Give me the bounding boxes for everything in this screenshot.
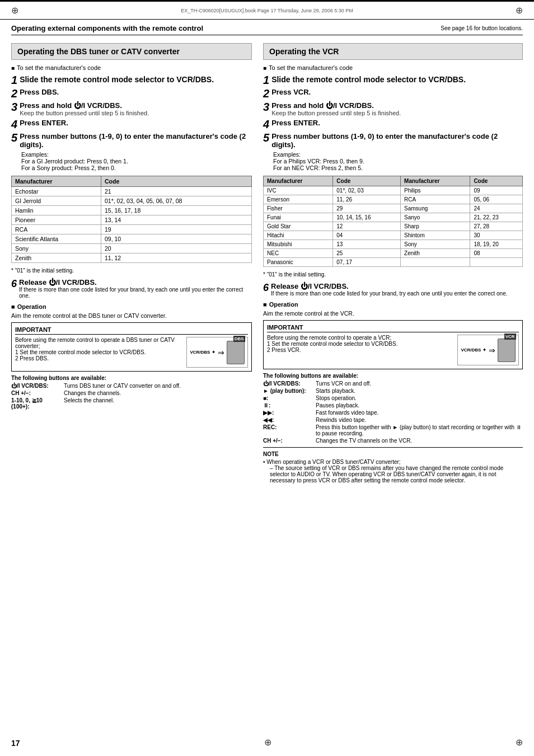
vcr-note-box: NOTE When operating a VCR or DBS tuner/C… [263,447,523,483]
button-row: 1-10, 0, ≧10 (100+):Selects the channel. [11,397,252,410]
vcr-operation-header: Operation [263,301,523,308]
button-row: ◀◀:Rewinds video tape. [263,417,523,423]
vcr-important-title: IMPORTANT [267,324,519,332]
vcr-important-text: Before using the remote control to opera… [267,335,452,365]
dbs-operation: Operation Aim the remote control at the … [11,303,252,410]
vcr-step6: 6 Release ⏻/I VCR/DBS. If there is more … [263,282,523,297]
dbs-title: Operating the DBS tuner or CATV converte… [17,47,246,56]
corner-mark-br: ⊕ [516,737,523,748]
dbs-footnote: * "01" is the initial setting. [11,267,252,274]
dbs-remote-label: DBS [233,336,245,342]
dbs-step6: 6 Release ⏻/I VCR/DBS. If there is more … [11,278,252,299]
dbs-table-header-manufacturer: Manufacturer [12,176,101,187]
table-row: GI Jerrold01*, 02, 03, 04, 05, 06, 07, 0… [12,196,252,206]
dbs-operation-text: Aim the remote control at the DBS tuner … [11,312,252,319]
vcr-dbs-diagram-label: VCR/DBS ✦ [190,350,215,355]
vcr-manufacturer-label: To set the manufacturer's code [263,64,523,71]
vcr-table-h4: Code [470,176,523,186]
corner-mark-tr: ⊕ [516,5,523,16]
page: ⊕ EX_TH-C906020[USUGUX].book Page 17 Thu… [0,0,534,756]
corner-mark-tl: ⊕ [11,5,18,16]
dbs-step5: 5 Press number buttons (1-9, 0) to enter… [11,132,252,149]
vcr-step3: 3 Press and hold ⏻/I VCR/DBS. Keep the b… [263,101,523,116]
vcr-table-h1: Manufacturer [264,176,333,186]
dbs-buttons-available: The following buttons are available: ⏻/I… [11,375,252,410]
table-row: Gold Star12Sharp27, 28 [264,222,523,231]
vcr-table: Manufacturer Code Manufacturer Code IVC0… [263,176,523,267]
page-subtitle: Operating external components with the r… [11,24,523,35]
table-row: Sony20 [12,244,252,253]
dbs-step5-examples: Examples: For a GI Jerrold product: Pres… [21,151,252,171]
vcr-arrow-icon: ⇒ [489,346,495,355]
table-row: Mitsubishi13Sony18, 19, 20 [264,240,523,249]
dbs-important-box: IMPORTANT Before using the remote contro… [11,322,252,372]
table-row: Funai10, 14, 15, 16Sanyo21, 22, 23 [264,213,523,222]
vcr-buttons-available: The following buttons are available: ⏻/I… [263,373,523,444]
operating-external-label: Operating external components with the r… [11,24,203,32]
button-row: ⏻/I VCR/DBS:Turns DBS tuner or CATV conv… [11,383,252,389]
see-page-label: See page 16 for button locations. [441,25,523,31]
table-row: Fisher29Samsung24 [264,204,523,213]
vcr-footnote: * "01" is the initial setting. [263,271,523,278]
table-row: IVC01*, 02, 03Philips09 [264,186,523,195]
dbs-section: Operating the DBS tuner or CATV converte… [11,43,252,483]
dbs-manufacturer-label: To set the manufacturer's code [11,64,252,71]
button-row: CH +/–:Changes the TV channels on the VC… [263,438,523,444]
table-row: Scientific Atlanta09, 10 [12,234,252,244]
dbs-step1: 1 Slide the remote control mode selector… [11,74,252,86]
vcr-operation-text: Aim the remote control at the VCR. [263,310,523,317]
dbs-table: Manufacturer Code Echostar21GI Jerrold01… [11,176,252,263]
dbs-diagram: VCR/DBS ✦ ⇒ DBS [186,337,248,368]
vcr-step2: 2 Press VCR. [263,88,523,99]
button-row: ► (play button):Starts playback. [263,388,523,394]
table-row: Hamlin15, 16, 17, 18 [12,206,252,215]
vcr-title: Operating the VCR [269,47,517,56]
table-row: Echostar21 [12,187,252,196]
dbs-important-text: Before using the remote control to opera… [15,337,181,368]
table-row: RCA19 [12,225,252,234]
vcr-step5-examples: Examples: For a Philips VCR: Press 0, th… [273,151,523,171]
dbs-step3: 3 Press and hold ⏻/I VCR/DBS. Keep the b… [11,101,252,116]
button-row: ▶▶:Fast forwards video tape. [263,410,523,416]
button-row: ⏸:Pauses playback. [263,402,523,408]
vcr-section-header: Operating the VCR [263,43,523,60]
button-row: CH +/–:Changes the channels. [11,390,252,396]
page-number: 17 [11,739,20,748]
file-info: EX_TH-C906020[USUGUX].book Page 17 Thurs… [181,8,353,13]
vcr-section: Operating the VCR To set the manufacture… [263,43,523,483]
button-row: ■:Stops operation. [263,395,523,401]
vcr-diagram: VCR/DBS ✦ ⇒ VCR [457,335,519,365]
dbs-section-header: Operating the DBS tuner or CATV converte… [11,43,252,60]
corner-mark-bl: ⊕ [264,737,271,748]
vcr-table-h3: Manufacturer [401,176,470,186]
vcr-step4: 4 Press ENTER. [263,119,523,130]
vcr-operation: Operation Aim the remote control at the … [263,301,523,483]
table-row: Emerson11, 26RCA05, 06 [264,195,523,204]
button-row: REC:Press this button together with ► (p… [263,424,523,436]
arrow-icon: ⇒ [218,348,224,357]
vcr-step5: 5 Press number buttons (1-9, 0) to enter… [263,132,523,149]
vcr-remote-label: VCR [504,334,516,340]
dbs-important-title: IMPORTANT [15,326,248,335]
vcr-important-box: IMPORTANT Before using the remote contro… [263,320,523,369]
vcr-step1: 1 Slide the remote control mode selector… [263,74,523,86]
dbs-step4: 4 Press ENTER. [11,119,252,130]
table-row: Panasonic07, 17 [264,258,523,267]
dbs-operation-header: Operation [11,303,252,310]
table-row: Pioneer13, 14 [12,215,252,225]
table-row: Hitachi04Shintom30 [264,231,523,240]
vcr-diagram-label: VCR/DBS ✦ [461,348,486,353]
dbs-table-header-code: Code [101,176,252,187]
vcr-table-h2: Code [333,176,401,186]
table-row: NEC25Zenith08 [264,249,523,258]
dbs-step2: 2 Press DBS. [11,88,252,99]
button-row: ⏻/I VCR/DBS:Turns VCR on and off. [263,381,523,387]
table-row: Zenith11, 12 [12,253,252,263]
